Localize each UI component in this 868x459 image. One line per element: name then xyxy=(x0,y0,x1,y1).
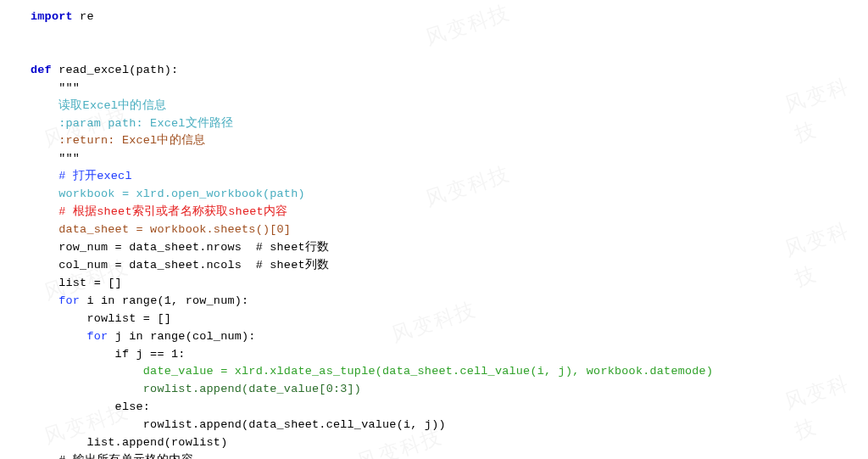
keyword-else: else: xyxy=(31,400,150,413)
code-line: rowlist.append(date_value[0:3]) xyxy=(31,383,361,395)
comment: # 打开execl xyxy=(31,170,132,182)
code-line: date_value = xlrd.xldate_as_tuple(data_s… xyxy=(31,365,713,378)
comment: # 根据sheet索引或者名称获取sheet内容 xyxy=(31,205,287,218)
keyword-for: for xyxy=(31,294,80,307)
docstring-param: :param path: Excel文件路径 xyxy=(31,117,233,130)
keyword-import: import xyxy=(31,10,73,23)
comment: # 输出所有单元格的内容 xyxy=(31,454,193,459)
docstring-open: """ xyxy=(31,81,80,94)
docstring-close: """ xyxy=(31,152,80,165)
keyword-if: if xyxy=(31,348,129,361)
docstring-line: 读取Excel中的信息 xyxy=(31,99,166,112)
code-line: col_num = data_sheet.ncols xyxy=(31,259,256,271)
code-line: row_num = data_sheet.nrows xyxy=(31,241,256,254)
comment-inline: # sheet行数 xyxy=(256,241,330,254)
code-block: import re def read_excel(path): """ 读取Ex… xyxy=(31,8,868,459)
code-line: workbook = xlrd.open_workbook(path) xyxy=(31,188,305,200)
keyword-for: for xyxy=(31,330,108,343)
code-line: list = [] xyxy=(31,277,122,289)
comment-inline: # sheet列数 xyxy=(256,259,330,271)
docstring-return: :return: Excel中的信息 xyxy=(31,134,205,147)
code-line: rowlist = [] xyxy=(31,312,171,325)
code-line: list.append(rowlist) xyxy=(31,436,227,449)
code-line: data_sheet = workbook.sheets()[0] xyxy=(31,223,291,236)
module-name: re xyxy=(73,10,94,23)
code-line: rowlist.append(data_sheet.cell_value(i, … xyxy=(31,418,446,431)
function-signature: read_excel(path): xyxy=(52,64,178,76)
keyword-def: def xyxy=(31,64,52,76)
